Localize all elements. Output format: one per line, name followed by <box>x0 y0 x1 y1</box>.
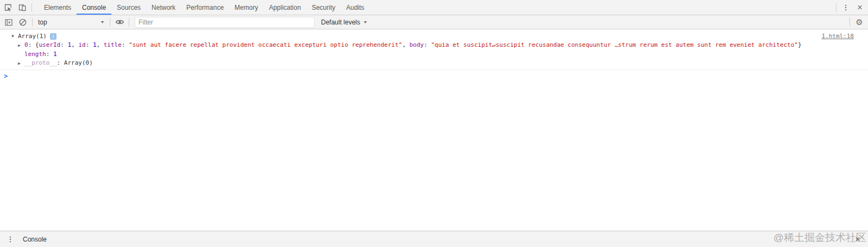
console-toolbar: top ▼ Default levels ▼ ⚙ <box>0 15 868 29</box>
console-length-row: length: 1 <box>0 50 868 59</box>
object-value-string: "sunt aut facere repellat provident occa… <box>129 41 402 48</box>
length-value: 1 <box>53 51 57 58</box>
divider <box>850 18 850 27</box>
divider <box>32 18 33 27</box>
drawer-tab-console[interactable]: Console <box>17 236 52 243</box>
array-index: 0 <box>24 41 28 48</box>
tab-label: Performance <box>186 4 224 11</box>
inspect-element-icon[interactable] <box>1 1 15 15</box>
log-levels-selector[interactable]: Default levels ▼ <box>318 18 370 26</box>
close-devtools-icon[interactable]: × <box>853 1 867 15</box>
tab-application[interactable]: Application <box>263 0 306 15</box>
console-prompt[interactable]: > <box>0 70 868 80</box>
array-label: Array(1) <box>18 32 47 41</box>
tab-label: Elements <box>44 4 71 11</box>
tab-performance[interactable]: Performance <box>181 0 229 15</box>
chevron-down-icon: ▼ <box>100 20 105 24</box>
proto-value: Array(0) <box>64 59 93 66</box>
console-settings-gear-icon[interactable]: ⚙ <box>852 15 866 29</box>
info-icon: i <box>50 33 56 40</box>
console-sidebar-icon[interactable] <box>2 15 16 29</box>
tab-label: Network <box>152 4 175 11</box>
console-array-row: ▼Array(1)i 1.html:18 <box>0 32 868 41</box>
tab-memory[interactable]: Memory <box>229 0 263 15</box>
object-key: title <box>104 41 122 48</box>
context-selector-value: top <box>38 18 47 26</box>
proto-key: __proto__ <box>24 59 57 66</box>
tab-label: Console <box>82 4 106 11</box>
object-value-number: 1 <box>93 41 97 48</box>
divider <box>836 3 836 12</box>
execution-context-selector[interactable]: top ▼ <box>35 17 108 28</box>
devtools-main-toolbar: Elements Console Sources Network Perform… <box>0 0 868 15</box>
drawer-toolbar: ⋮ Console × <box>0 231 868 247</box>
tab-label: Application <box>269 4 301 11</box>
chevron-down-icon: ▼ <box>363 20 368 24</box>
tab-label: Sources <box>117 4 141 11</box>
panel-tabs: Elements Console Sources Network Perform… <box>39 0 370 15</box>
divider <box>110 18 110 27</box>
console-message: ▼Array(1)i 1.html:18 ▶0: {userId: 1, id:… <box>0 30 868 70</box>
device-toolbar-icon[interactable] <box>15 1 29 15</box>
drawer-kebab-menu-icon[interactable]: ⋮ <box>3 232 17 246</box>
divider <box>129 18 129 27</box>
expand-arrow-icon[interactable]: ▼ <box>11 32 18 41</box>
tab-console[interactable]: Console <box>77 0 111 15</box>
object-key: userId <box>39 41 61 48</box>
object-value-string: "quia et suscipit↵suscipit recusandae co… <box>431 41 798 48</box>
eye-icon[interactable] <box>112 15 127 29</box>
console-object-preview-row: ▶0: {userId: 1, id: 1, title: "sunt aut … <box>0 41 868 50</box>
divider <box>32 3 32 12</box>
drawer-tab-label: Console <box>23 236 47 243</box>
tab-sources[interactable]: Sources <box>111 0 146 15</box>
tab-audits[interactable]: Audits <box>341 0 369 15</box>
tab-network[interactable]: Network <box>146 0 181 15</box>
tab-security[interactable]: Security <box>306 0 341 15</box>
object-key: body <box>410 41 424 48</box>
console-proto-row: ▶__proto__: Array(0) <box>0 59 868 68</box>
console-messages[interactable]: ▼Array(1)i 1.html:18 ▶0: {userId: 1, id:… <box>0 30 868 231</box>
length-key: length <box>24 51 46 58</box>
console-prompt-icon: > <box>4 72 8 80</box>
filter-input[interactable] <box>135 17 315 28</box>
collapse-arrow-icon[interactable]: ▶ <box>18 59 24 68</box>
drawer-close-icon[interactable]: × <box>851 232 865 246</box>
tab-label: Security <box>312 4 335 11</box>
log-levels-label: Default levels <box>321 18 360 26</box>
source-link[interactable]: 1.html:18 <box>821 32 854 41</box>
collapse-arrow-icon[interactable]: ▶ <box>18 41 24 50</box>
clear-console-icon[interactable] <box>16 15 30 29</box>
object-key: id <box>78 41 85 48</box>
tab-elements[interactable]: Elements <box>39 0 77 15</box>
tab-label: Memory <box>235 4 258 11</box>
tab-label: Audits <box>346 4 364 11</box>
kebab-menu-icon[interactable]: ⋮ <box>839 1 853 15</box>
